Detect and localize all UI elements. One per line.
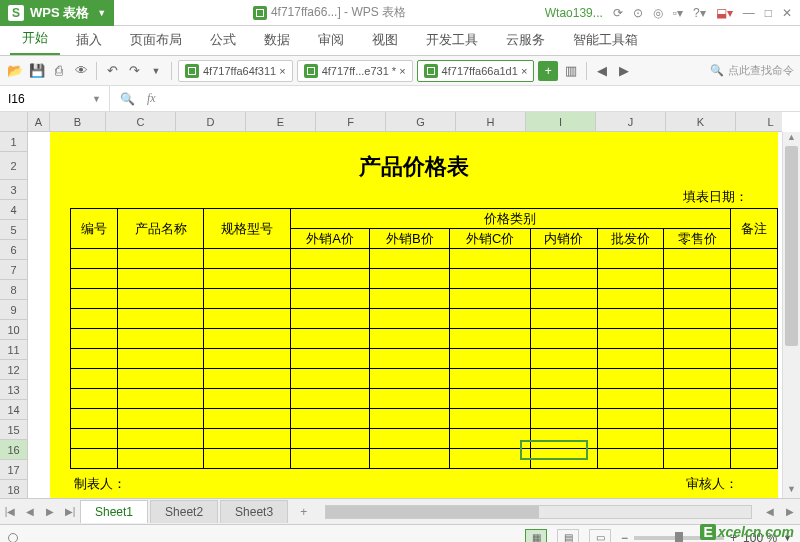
zoom-out-button[interactable]: − (621, 531, 628, 543)
table-row[interactable] (71, 449, 778, 469)
row-header-9[interactable]: 9 (0, 300, 27, 320)
col-header-g[interactable]: G (386, 112, 456, 131)
row-header-15[interactable]: 15 (0, 420, 27, 440)
redo-icon[interactable]: ↷ (125, 62, 143, 80)
command-search[interactable]: 🔍 点此查找命令 (710, 63, 794, 78)
row-header-17[interactable]: 17 (0, 460, 27, 480)
table-row[interactable] (71, 429, 778, 449)
menu-review[interactable]: 审阅 (306, 25, 356, 55)
col-header-b[interactable]: B (50, 112, 106, 131)
menu-formula[interactable]: 公式 (198, 25, 248, 55)
row-header-5[interactable]: 5 (0, 220, 27, 240)
zoom-slider-knob[interactable] (675, 532, 683, 543)
scroll-down-icon[interactable]: ▼ (783, 484, 800, 498)
save-icon[interactable]: 💾 (28, 62, 46, 80)
name-box[interactable]: I16 ▼ (0, 86, 110, 111)
scroll-right-icon[interactable]: ▶ (780, 506, 800, 517)
table-row[interactable] (71, 289, 778, 309)
maximize-button[interactable]: □ (765, 6, 772, 20)
scrollbar-thumb[interactable] (785, 146, 798, 346)
close-button[interactable]: ✕ (782, 6, 792, 20)
row-header-10[interactable]: 10 (0, 320, 27, 340)
col-header-d[interactable]: D (176, 112, 246, 131)
document-tab-3[interactable]: 4f717ffa66a1d1 × (417, 60, 535, 82)
fx-button[interactable]: fx (147, 91, 156, 106)
scrollbar-thumb[interactable] (326, 506, 538, 518)
row-header-14[interactable]: 14 (0, 400, 27, 420)
menu-insert[interactable]: 插入 (64, 25, 114, 55)
nav-right-icon[interactable]: ▶ (615, 62, 633, 80)
row-header-2[interactable]: 2 (0, 152, 27, 180)
sheet-tab-2[interactable]: Sheet2 (150, 500, 218, 523)
horizontal-scrollbar[interactable] (325, 505, 752, 519)
vertical-scrollbar[interactable]: ▲ ▼ (782, 132, 800, 498)
menu-page-layout[interactable]: 页面布局 (118, 25, 194, 55)
col-header-k[interactable]: K (666, 112, 736, 131)
sheet-tab-1[interactable]: Sheet1 (80, 500, 148, 523)
table-row[interactable] (71, 389, 778, 409)
row-header-1[interactable]: 1 (0, 132, 27, 152)
row-header-13[interactable]: 13 (0, 380, 27, 400)
normal-view-button[interactable]: ▦ (525, 529, 547, 543)
menu-smart-toolbox[interactable]: 智能工具箱 (561, 25, 650, 55)
row-header-7[interactable]: 7 (0, 260, 27, 280)
col-header-j[interactable]: J (596, 112, 666, 131)
table-row[interactable] (71, 269, 778, 289)
table-row[interactable] (71, 249, 778, 269)
skin-icon[interactable]: ◎ (653, 6, 663, 20)
menu-cloud[interactable]: 云服务 (494, 25, 557, 55)
col-header-i[interactable]: I (526, 112, 596, 131)
spreadsheet-grid[interactable]: A B C D E F G H I J K L 1 2 3 4 5 6 7 8 … (0, 112, 800, 498)
minimize-button[interactable]: — (743, 6, 755, 20)
sheet-nav-first[interactable]: |◀ (0, 506, 20, 517)
cell-area[interactable]: 产品价格表 填表日期： 编号 产品名称 规格型号 价格类别 备注 外销A价 外销… (28, 132, 782, 498)
dropdown-icon[interactable]: ▫▾ (673, 6, 683, 20)
row-header-6[interactable]: 6 (0, 240, 27, 260)
col-header-l[interactable]: L (736, 112, 800, 131)
row-header-3[interactable]: 3 (0, 180, 27, 200)
undo-icon[interactable]: ↶ (103, 62, 121, 80)
menu-developer[interactable]: 开发工具 (414, 25, 490, 55)
row-header-4[interactable]: 4 (0, 200, 27, 220)
document-tab-2[interactable]: 4f717ff...e731 * × (297, 60, 413, 82)
row-header-8[interactable]: 8 (0, 280, 27, 300)
table-row[interactable] (71, 329, 778, 349)
scroll-left-icon[interactable]: ◀ (760, 506, 780, 517)
table-row[interactable] (71, 409, 778, 429)
sheet-nav-prev[interactable]: ◀ (20, 506, 40, 517)
add-sheet-button[interactable]: + (290, 501, 317, 523)
sheet-nav-last[interactable]: ▶| (60, 506, 80, 517)
table-row[interactable] (71, 309, 778, 329)
col-header-e[interactable]: E (246, 112, 316, 131)
col-header-h[interactable]: H (456, 112, 526, 131)
sheet-nav-next[interactable]: ▶ (40, 506, 60, 517)
scroll-up-icon[interactable]: ▲ (783, 132, 800, 146)
help-icon[interactable]: ?▾ (693, 6, 706, 20)
menu-data[interactable]: 数据 (252, 25, 302, 55)
row-header-16[interactable]: 16 (0, 440, 27, 460)
row-header-12[interactable]: 12 (0, 360, 27, 380)
page-break-view-button[interactable]: ▭ (589, 529, 611, 543)
more-icon[interactable]: ▼ (147, 62, 165, 80)
print-preview-icon[interactable]: 👁 (72, 62, 90, 80)
col-header-c[interactable]: C (106, 112, 176, 131)
cancel-formula-icon[interactable]: 🔍 (120, 92, 135, 106)
row-header-11[interactable]: 11 (0, 340, 27, 360)
pin-icon[interactable]: ⬓▾ (716, 6, 733, 20)
document-tab-1[interactable]: 4f717ffa64f311 × (178, 60, 293, 82)
row-header-18[interactable]: 18 (0, 480, 27, 498)
record-macro-icon[interactable] (8, 533, 18, 543)
cloud-icon[interactable]: ⊙ (633, 6, 643, 20)
menu-view[interactable]: 视图 (360, 25, 410, 55)
col-header-f[interactable]: F (316, 112, 386, 131)
new-tab-button[interactable]: + (538, 61, 558, 81)
open-icon[interactable]: 📂 (6, 62, 24, 80)
page-layout-view-button[interactable]: ▤ (557, 529, 579, 543)
app-menu-button[interactable]: S WPS 表格 ▼ (0, 0, 114, 26)
user-name[interactable]: Wtao139... (545, 6, 603, 20)
menu-home[interactable]: 开始 (10, 23, 60, 55)
col-header-a[interactable]: A (28, 112, 50, 131)
table-row[interactable] (71, 349, 778, 369)
nav-left-icon[interactable]: ◀ (593, 62, 611, 80)
tab-list-icon[interactable]: ▥ (562, 62, 580, 80)
